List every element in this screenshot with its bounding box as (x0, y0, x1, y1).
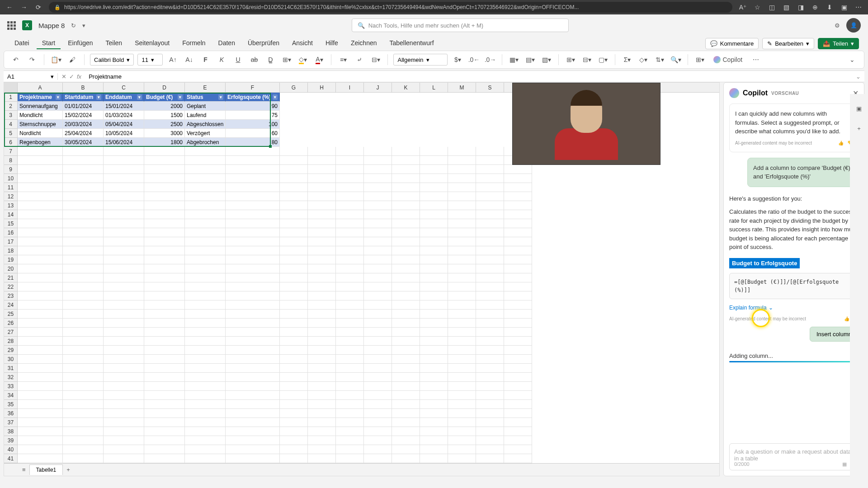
empty-cell[interactable] (280, 156, 308, 165)
empty-cell[interactable] (104, 382, 144, 391)
tab-ansicht[interactable]: Ansicht (287, 38, 318, 49)
empty-cell[interactable] (226, 355, 280, 364)
empty-cell[interactable] (18, 400, 63, 409)
empty-cell[interactable] (280, 373, 308, 382)
empty-cell[interactable] (104, 201, 144, 210)
empty-cell[interactable] (336, 282, 364, 291)
empty-cell[interactable] (280, 246, 308, 255)
row-header[interactable]: 35 (4, 400, 18, 409)
empty-cell[interactable] (104, 355, 144, 364)
row-header[interactable]: 4 (4, 120, 18, 129)
empty-cell[interactable] (392, 355, 420, 364)
row-header[interactable]: 34 (4, 391, 18, 400)
empty-cell[interactable] (63, 409, 104, 418)
empty-cell[interactable] (392, 328, 420, 337)
empty-cell[interactable] (392, 165, 420, 174)
empty-cell[interactable] (504, 364, 532, 373)
empty-cell[interactable] (280, 328, 308, 337)
empty-cell[interactable] (18, 147, 63, 156)
rail-home-icon[interactable]: ▣ (854, 103, 864, 114)
empty-cell[interactable] (104, 210, 144, 219)
empty-cell[interactable] (392, 346, 420, 355)
empty-cell[interactable] (420, 373, 448, 382)
empty-cell[interactable] (63, 228, 104, 237)
empty-cell[interactable] (104, 273, 144, 282)
empty-cell[interactable] (336, 355, 364, 364)
empty-cell[interactable] (308, 219, 336, 228)
table-cell[interactable]: 30/05/2024 (63, 138, 104, 147)
table-cell[interactable]: Sonnenaufgang (18, 102, 63, 111)
empty-cell[interactable] (308, 418, 336, 427)
empty-cell[interactable] (392, 300, 420, 310)
empty-cell[interactable] (392, 228, 420, 237)
empty-cell[interactable] (226, 409, 280, 418)
empty-cell[interactable] (448, 156, 476, 165)
empty-cell[interactable] (144, 246, 185, 255)
empty-cell[interactable] (364, 174, 392, 183)
empty-cell[interactable] (476, 436, 504, 445)
row-header[interactable]: 16 (4, 228, 18, 237)
row-header[interactable]: 7 (4, 147, 18, 156)
empty-cell[interactable] (392, 436, 420, 445)
empty-cell[interactable] (336, 409, 364, 418)
empty-cell[interactable] (392, 409, 420, 418)
empty-cell[interactable] (104, 409, 144, 418)
empty-cell[interactable] (308, 445, 336, 454)
empty-cell[interactable] (420, 219, 448, 228)
table-cell[interactable]: 100 (226, 120, 280, 129)
empty-cell[interactable] (63, 192, 104, 201)
empty-cell[interactable] (476, 300, 504, 310)
empty-cell[interactable] (364, 219, 392, 228)
empty-cell[interactable] (420, 192, 448, 201)
row-header[interactable]: 9 (4, 165, 18, 174)
empty-cell[interactable] (63, 264, 104, 273)
empty-cell[interactable] (144, 445, 185, 454)
address-bar[interactable]: 🔒 https://onedrive.live.com/edit?action=… (49, 2, 732, 13)
empty-cell[interactable] (226, 454, 280, 463)
filter-icon[interactable]: ▾ (273, 94, 278, 100)
empty-cell[interactable] (18, 156, 63, 165)
empty-cell[interactable] (144, 147, 185, 156)
row-header[interactable]: 21 (4, 273, 18, 282)
empty-cell[interactable] (476, 355, 504, 364)
table-cell[interactable]: 25/04/2024 (63, 129, 104, 138)
empty-cell[interactable] (336, 255, 364, 264)
empty-cell[interactable] (504, 454, 532, 463)
empty-cell[interactable] (308, 147, 336, 156)
row-header[interactable]: 38 (4, 427, 18, 436)
empty-cell[interactable] (226, 210, 280, 219)
collapse-ribbon-button[interactable]: ⌄ (846, 53, 859, 66)
empty-cell[interactable] (392, 201, 420, 210)
table-cell[interactable]: Geplant (185, 102, 226, 111)
empty-cell[interactable] (104, 337, 144, 346)
empty-cell[interactable] (185, 210, 226, 219)
table-cell[interactable]: Mondlicht (18, 111, 63, 120)
empty-cell[interactable] (144, 174, 185, 183)
empty-cell[interactable] (18, 246, 63, 255)
empty-cell[interactable] (504, 237, 532, 246)
empty-cell[interactable] (104, 364, 144, 373)
empty-cell[interactable] (104, 237, 144, 246)
empty-cell[interactable] (226, 391, 280, 400)
row-header[interactable]: 10 (4, 174, 18, 183)
split-icon[interactable]: ◨ (797, 3, 805, 11)
empty-cell[interactable] (226, 255, 280, 264)
empty-cell[interactable] (308, 165, 336, 174)
copilot-input[interactable]: Ask a question or make a request about d… (729, 443, 859, 470)
empty-cell[interactable] (364, 210, 392, 219)
empty-cell[interactable] (504, 273, 532, 282)
table-cell[interactable]: 90 (226, 102, 280, 111)
bold-button[interactable]: F (199, 53, 212, 66)
empty-cell[interactable] (144, 355, 185, 364)
tab-seitenlayout[interactable]: Seitenlayout (129, 38, 175, 49)
empty-cell[interactable] (226, 328, 280, 337)
addins-button[interactable]: ⊞▾ (693, 53, 706, 66)
table-cell[interactable]: 80 (226, 138, 280, 147)
empty-cell[interactable] (476, 364, 504, 373)
empty-cell[interactable] (144, 328, 185, 337)
empty-cell[interactable] (18, 382, 63, 391)
empty-cell[interactable] (104, 454, 144, 463)
empty-cell[interactable] (392, 382, 420, 391)
column-header[interactable]: G (280, 83, 308, 92)
empty-cell[interactable] (448, 400, 476, 409)
